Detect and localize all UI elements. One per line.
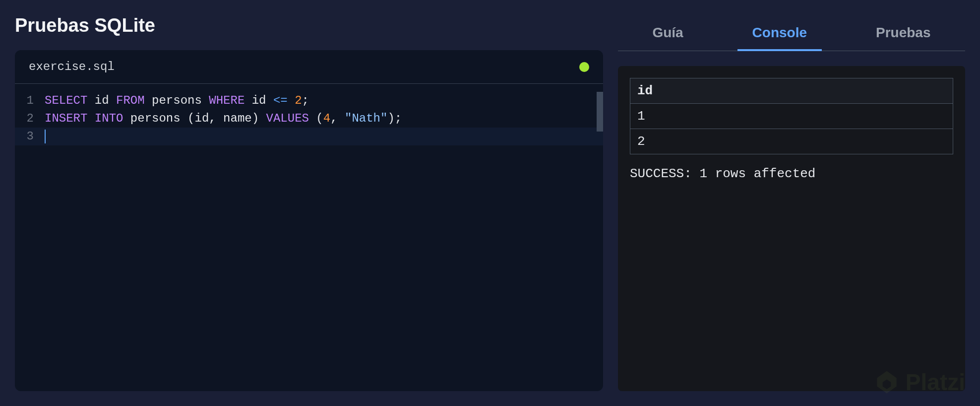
tab-console[interactable]: Console: [737, 15, 822, 51]
line-number: 1: [15, 92, 45, 110]
line-content[interactable]: INSERT INTO persons (id, name) VALUES (4…: [45, 110, 603, 128]
line-number: 2: [15, 110, 45, 128]
text-cursor: [45, 130, 46, 143]
line-number: 3: [15, 128, 45, 145]
table-header-id: id: [630, 78, 953, 104]
editor-filename: exercise.sql: [29, 60, 115, 73]
result-table: id 12: [630, 78, 953, 154]
output-tabs: GuíaConsolePruebas: [618, 15, 965, 51]
code-line[interactable]: 1SELECT id FROM persons WHERE id <= 2;: [15, 92, 603, 110]
line-content[interactable]: SELECT id FROM persons WHERE id <= 2;: [45, 92, 603, 110]
console-panel: id 12 SUCCESS: 1 rows affected: [618, 66, 965, 391]
table-row: 2: [630, 129, 953, 154]
editor-body[interactable]: 1SELECT id FROM persons WHERE id <= 2;2I…: [15, 84, 603, 391]
tab-guía[interactable]: Guía: [637, 15, 698, 51]
code-editor[interactable]: exercise.sql 1SELECT id FROM persons WHE…: [15, 50, 603, 391]
table-cell: 1: [630, 104, 953, 129]
table-cell: 2: [630, 129, 953, 154]
status-indicator-icon: [579, 62, 589, 72]
tab-pruebas[interactable]: Pruebas: [861, 15, 946, 51]
code-line[interactable]: 2INSERT INTO persons (id, name) VALUES (…: [15, 110, 603, 128]
table-row: 1: [630, 104, 953, 129]
scrollbar-thumb[interactable]: [597, 92, 603, 132]
console-status-message: SUCCESS: 1 rows affected: [630, 166, 953, 181]
line-content[interactable]: [45, 128, 603, 145]
page-title: Pruebas SQLite: [15, 15, 603, 36]
code-line[interactable]: 3: [15, 128, 603, 145]
